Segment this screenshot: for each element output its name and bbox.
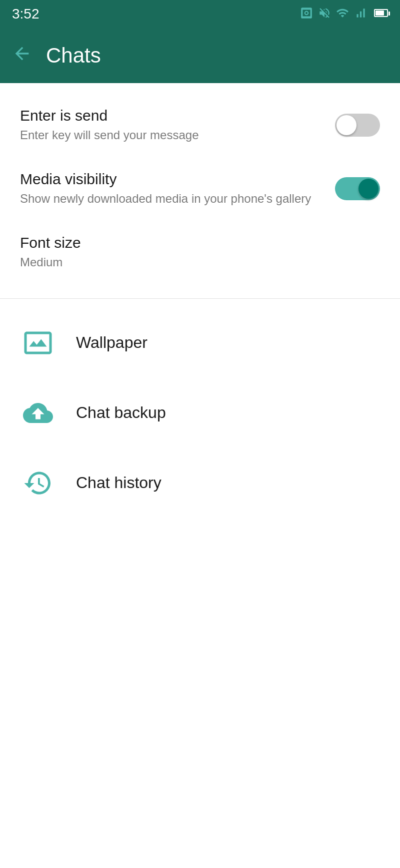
back-button[interactable] [12,44,32,68]
mute-icon [318,7,331,22]
backup-icon [20,395,56,431]
status-time: 3:52 [12,6,40,22]
app-bar: Chats [0,28,400,83]
media-visibility-subtitle: Show newly downloaded media in your phon… [20,191,335,206]
history-icon [20,465,56,501]
wallpaper-icon [20,325,56,361]
nfc-icon [300,7,313,22]
enter-is-send-knob [336,115,356,135]
status-icons [300,7,388,22]
chat-history-label: Chat history [76,474,162,492]
enter-is-send-title: Enter is send [20,107,335,124]
media-visibility-toggle[interactable] [335,177,380,200]
wifi-icon [336,7,349,22]
battery-icon [372,9,388,19]
enter-is-send-item[interactable]: Enter is send Enter key will send your m… [0,93,400,157]
chat-history-item[interactable]: Chat history [0,448,400,518]
status-bar: 3:52 [0,0,400,28]
signal-icon [354,7,367,22]
font-size-title: Font size [20,234,380,251]
menu-section: Wallpaper Chat backup Chat history [0,303,400,523]
section-divider [0,298,400,299]
font-size-item[interactable]: Font size Medium [0,220,400,284]
font-size-value: Medium [20,254,380,270]
chat-backup-label: Chat backup [76,403,166,422]
settings-content: Enter is send Enter key will send your m… [0,83,400,523]
enter-is-send-subtitle: Enter key will send your message [20,127,335,143]
wallpaper-label: Wallpaper [76,333,148,352]
media-visibility-knob [358,179,378,199]
chat-backup-item[interactable]: Chat backup [0,378,400,448]
wallpaper-item[interactable]: Wallpaper [0,308,400,378]
page-title: Chats [46,44,101,68]
media-visibility-title: Media visibility [20,171,335,188]
enter-is-send-section: Enter is send Enter key will send your m… [0,83,400,294]
enter-is-send-toggle[interactable] [335,114,380,137]
media-visibility-item[interactable]: Media visibility Show newly downloaded m… [0,157,400,220]
